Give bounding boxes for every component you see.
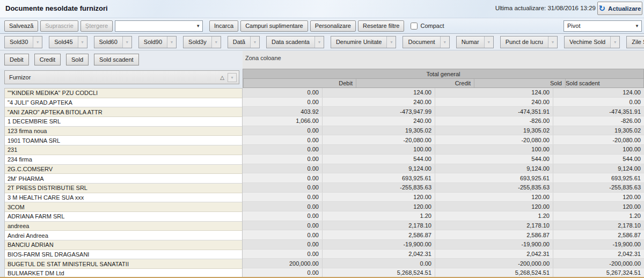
data-row[interactable]: 0.00 -19,900.00 -19,900.00 -19,900.00 — [243, 240, 644, 250]
data-row[interactable]: 0.00 2,178.10 2,178.10 2,178.10 — [243, 221, 644, 231]
column-zone-field-button[interactable]: Debit — [4, 54, 29, 65]
filter-field-dropdown[interactable]: ▼ — [610, 36, 619, 48]
filter-field-dropdown[interactable]: ▼ — [250, 36, 259, 48]
supplier-row-label[interactable]: 234 firma — [5, 155, 242, 165]
sold-cell: 19,305.02 — [435, 126, 553, 135]
column-zone-field-button[interactable]: Sold — [66, 54, 89, 65]
filter-field-dropdown[interactable]: ▼ — [484, 36, 493, 48]
supplier-row-label[interactable]: 2T PRESS DISTRIBUTIE SRL — [5, 184, 242, 193]
supplier-row-label[interactable]: Andrei Andreea — [5, 231, 242, 240]
filter-field-dropdown[interactable]: ▼ — [440, 36, 449, 48]
data-row[interactable]: 0.00 1.20 1.20 1.20 — [243, 211, 644, 221]
data-row[interactable]: 0.00 19,305.02 19,305.02 19,305.02 — [243, 126, 644, 136]
data-row[interactable]: 403.92 -473,947.99 -474,351.91 -474,351.… — [243, 107, 644, 116]
data-row[interactable]: 0.00 120.00 120.00 120.00 — [243, 202, 644, 211]
filter-field-pill[interactable]: Denumire Unitate ▼ — [331, 36, 397, 48]
filter-field-dropdown[interactable]: ▼ — [78, 36, 87, 48]
refresh-icon: ↻ — [599, 4, 606, 12]
compact-checkbox[interactable] — [411, 23, 418, 30]
furnizor-header-dropdown[interactable]: ▼ — [228, 73, 237, 82]
supplier-row-label[interactable]: 1 DECEMBRIE SRL — [5, 117, 242, 127]
debit-cell: 0.00 — [243, 211, 322, 221]
debit-cell: 0.00 — [243, 98, 322, 107]
data-row[interactable]: 0.00 124.00 124.00 124.00 — [243, 88, 644, 98]
data-row[interactable]: 0.00 2,042.31 2,042.31 2,042.31 — [243, 250, 644, 259]
delete-button: Ștergere — [80, 20, 113, 32]
layout-select[interactable]: ▼ — [115, 20, 203, 32]
filter-field-pill[interactable]: Vechime Sold ▼ — [564, 36, 620, 48]
load-button[interactable]: Incarca — [209, 20, 238, 32]
filter-field-pill[interactable]: Data scadenta ▼ — [266, 36, 324, 48]
filter-field-label: Sold3y — [184, 36, 211, 48]
filter-field-pill[interactable]: Sold45 ▼ — [49, 36, 87, 48]
supplier-row-label[interactable]: BUGETUL DE STAT MINISTERUL SANATATII — [5, 259, 242, 269]
supplier-row-label[interactable]: 2M' PHARMA — [5, 174, 242, 184]
filter-field-dropdown[interactable]: ▼ — [167, 36, 176, 48]
supplier-row-label[interactable]: andreea — [5, 222, 242, 231]
supplier-row-label[interactable]: 3COM — [5, 202, 242, 212]
filter-field-pill[interactable]: Sold90 ▼ — [138, 36, 177, 48]
data-rows: 0.00 124.00 124.00 124.00 0.00 240.00 24… — [243, 88, 644, 278]
furnizor-column-header[interactable]: Furnizor △ ▼ — [4, 70, 239, 84]
data-row[interactable]: 1,066.00 240.00 -826.00 -826.00 — [243, 116, 644, 126]
filter-field-pill[interactable]: Punct de lucru ▼ — [500, 36, 558, 48]
debit-cell: 403.92 — [243, 107, 322, 116]
filter-field-pill[interactable]: Sold60 ▼ — [94, 36, 132, 48]
supplier-row-label[interactable]: BIOS-FARM SRL DRAGASANI — [5, 250, 242, 260]
save-button[interactable]: Salvează — [4, 20, 38, 32]
filter-field-dropdown[interactable]: ▼ — [211, 36, 221, 48]
data-row[interactable]: 0.00 9,124.00 9,124.00 9,124.00 — [243, 164, 644, 174]
data-row[interactable]: 0.00 100.00 100.00 100.00 — [243, 145, 644, 155]
filter-fields-row: Sold30 ▼ Sold45 ▼ Sold60 ▼ Sold90 ▼ Sold… — [0, 33, 644, 50]
filter-field-pill[interactable]: Sold30 ▼ — [4, 36, 42, 48]
data-row[interactable]: 0.00 693,925.61 693,925.61 693,925.61 — [243, 173, 644, 183]
data-row[interactable]: 0.00 120.00 120.00 120.00 — [243, 193, 644, 202]
debit-cell: 0.00 — [243, 193, 322, 202]
sold-scadent-cell: 124.00 — [553, 88, 644, 97]
supplier-row-label[interactable]: "4 JULI" GRAD.APTEKA — [5, 98, 242, 108]
credit-cell: 5,268,524.51 — [322, 268, 435, 277]
column-zone-field-button[interactable]: Sold scadent — [94, 54, 139, 65]
supplier-row-label[interactable]: 2G.C.COMSERV — [5, 165, 242, 174]
debit-cell: 0.00 — [243, 221, 322, 230]
sold-scadent-cell: -826.00 — [553, 116, 644, 126]
filter-field-dropdown[interactable]: ▼ — [314, 36, 324, 48]
filter-field-pill[interactable]: Sold3y ▼ — [183, 36, 221, 48]
personalize-button[interactable]: Personalizare — [310, 20, 356, 32]
supplier-row-label[interactable]: 3 M HEALTH CARE SUA xxx — [5, 193, 242, 203]
filter-field-pill[interactable]: Numar ▼ — [456, 36, 494, 48]
data-area: Total general Debit Credit Sold Sold sca… — [243, 69, 644, 278]
supplier-row-label[interactable]: 123 firma noua — [5, 127, 242, 136]
filter-field-dropdown[interactable]: ▼ — [122, 36, 131, 48]
data-row[interactable]: 0.00 -20,080.00 -20,080.00 -20,080.00 — [243, 135, 644, 145]
pivot-select[interactable]: Pivot ▼ — [564, 20, 642, 32]
reset-filters-button[interactable]: Resetare filtre — [358, 20, 404, 32]
filter-field-label: Sold90 — [139, 36, 167, 48]
page-title: Documente nesoldate furnizori — [5, 4, 108, 12]
sold-cell: 240.00 — [435, 98, 553, 107]
data-row[interactable]: 0.00 544.00 544.00 544.00 — [243, 155, 644, 164]
supplier-row-label[interactable]: 231 — [5, 145, 242, 155]
column-zone-label: Zona coloane — [245, 55, 281, 61]
filter-field-dropdown[interactable]: ▼ — [386, 36, 396, 48]
chevron-down-icon: ▼ — [125, 40, 129, 44]
filter-field-dropdown[interactable]: ▼ — [548, 36, 557, 48]
supplier-row-label[interactable]: "ANI ZARO" APTEKA BITOLA ATTR — [5, 107, 242, 117]
data-row[interactable]: 0.00 240.00 240.00 0.00 — [243, 98, 644, 107]
credit-cell: 2,042.31 — [322, 250, 435, 259]
column-zone-field-button[interactable]: Credit — [34, 54, 61, 65]
supplier-row-label[interactable]: ADRIANA FARM SRL — [5, 212, 242, 222]
refresh-button[interactable]: ↻ Actualizare — [597, 2, 642, 15]
filter-field-pill[interactable]: Zile Scadenta ▼ — [626, 36, 644, 48]
data-row[interactable]: 0.00 -255,835.63 -255,835.63 -255,835.63 — [243, 183, 644, 193]
filter-field-dropdown[interactable]: ▼ — [33, 36, 42, 48]
filter-field-pill[interactable]: Document ▼ — [402, 36, 449, 48]
supplier-row-label[interactable]: 1901 TOAMNA SRL — [5, 136, 242, 145]
filter-field-pill[interactable]: Dată ▼ — [228, 36, 260, 48]
supplier-row-label[interactable]: ""KINDER MEDIKA" PZU CODCLI — [5, 89, 242, 98]
pivot-select-value: Pivot — [567, 23, 633, 29]
extra-fields-button[interactable]: Campuri suplimentare — [240, 20, 308, 32]
data-row[interactable]: 200,000.00 0.00 -200,000.00 -200,000.00 — [243, 259, 644, 268]
data-row[interactable]: 0.00 2,586.87 2,586.87 2,586.87 — [243, 230, 644, 240]
supplier-row-label[interactable]: BANCIU ADRIAN — [5, 240, 242, 250]
